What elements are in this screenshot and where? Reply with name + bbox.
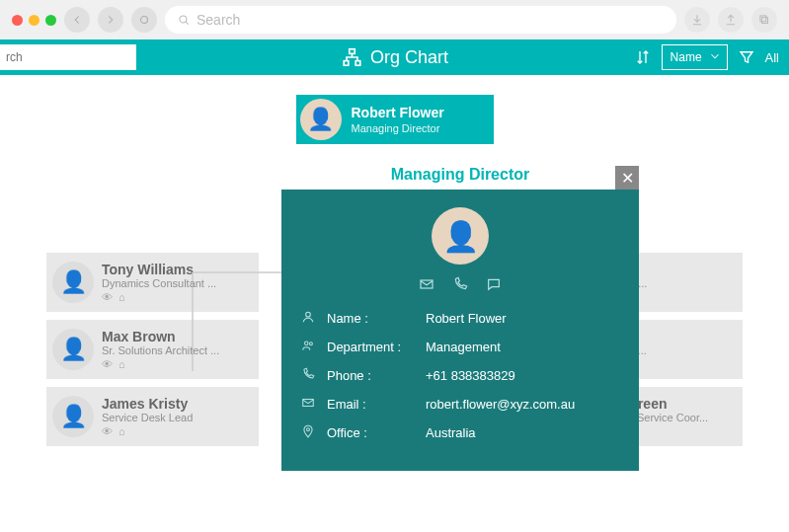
search-input[interactable] xyxy=(0,44,136,70)
browser-chrome: Search xyxy=(0,0,789,39)
eye-icon[interactable]: 👁 xyxy=(102,425,113,437)
svg-point-8 xyxy=(306,312,311,317)
back-button[interactable] xyxy=(64,7,90,33)
org-icon[interactable]: ⌂ xyxy=(118,358,125,370)
employee-card[interactable]: 👤Tony WilliamsDynamics Consultant ...👁⌂ xyxy=(46,253,259,312)
location-icon xyxy=(301,424,317,441)
eye-icon[interactable]: 👁 xyxy=(102,291,113,303)
mail-icon[interactable] xyxy=(419,276,434,292)
avatar: 👤 xyxy=(52,262,94,303)
search-placeholder: Search xyxy=(197,12,240,28)
avatar: 👤 xyxy=(52,329,94,370)
window-controls xyxy=(12,15,56,26)
svg-rect-2 xyxy=(762,18,768,24)
sort-icon[interactable] xyxy=(634,48,652,66)
phone-icon xyxy=(301,367,317,384)
share-icon[interactable] xyxy=(718,7,744,33)
person-icon xyxy=(301,310,317,327)
search-icon xyxy=(177,13,191,27)
forward-button[interactable] xyxy=(98,7,123,33)
employee-title: Managing Director xyxy=(352,121,444,135)
eye-icon[interactable]: 👁 xyxy=(102,358,113,370)
filter-label: All xyxy=(765,50,779,65)
svg-rect-4 xyxy=(349,49,355,54)
svg-rect-3 xyxy=(760,16,766,22)
svg-point-10 xyxy=(309,342,312,345)
download-icon[interactable] xyxy=(684,7,710,33)
chat-icon[interactable] xyxy=(486,276,502,292)
detail-role-label: Managing Director xyxy=(281,166,639,184)
sort-select[interactable]: Name xyxy=(662,44,728,70)
group-icon xyxy=(301,339,317,355)
svg-rect-6 xyxy=(355,61,360,66)
svg-point-9 xyxy=(305,342,309,345)
employee-detail-panel: ✕ 👤 Name :Robert Flower Department :Mana… xyxy=(281,190,639,471)
employee-card[interactable]: 👤Max BrownSr. Solutions Architect ...👁⌂ xyxy=(46,320,259,379)
org-chart-icon xyxy=(341,46,362,68)
org-icon[interactable]: ⌂ xyxy=(118,291,125,303)
org-icon[interactable]: ⌂ xyxy=(118,425,125,437)
max-dot[interactable] xyxy=(45,15,56,26)
avatar: 👤 xyxy=(52,396,94,437)
root-employee-card[interactable]: 👤 Robert Flower Managing Director xyxy=(296,95,494,144)
phone-icon[interactable] xyxy=(452,276,468,292)
avatar: 👤 xyxy=(300,99,342,140)
page-title: Org Chart xyxy=(341,46,448,68)
svg-point-1 xyxy=(180,16,187,23)
close-dot[interactable] xyxy=(12,15,23,26)
detail-avatar: 👤 xyxy=(432,207,489,265)
svg-rect-5 xyxy=(344,61,349,66)
copy-icon[interactable] xyxy=(751,7,777,33)
reload-button[interactable] xyxy=(131,7,157,33)
svg-point-0 xyxy=(141,17,148,24)
min-dot[interactable] xyxy=(29,15,39,26)
employee-card[interactable]: 👤James KristyService Desk Lead👁⌂ xyxy=(46,387,259,446)
employee-name: Robert Flower xyxy=(352,104,444,121)
app-header: Org Chart Name All xyxy=(0,39,789,75)
svg-point-12 xyxy=(307,428,310,431)
address-bar[interactable]: Search xyxy=(165,6,676,34)
filter-icon[interactable] xyxy=(738,48,755,66)
mail-icon xyxy=(301,396,317,413)
